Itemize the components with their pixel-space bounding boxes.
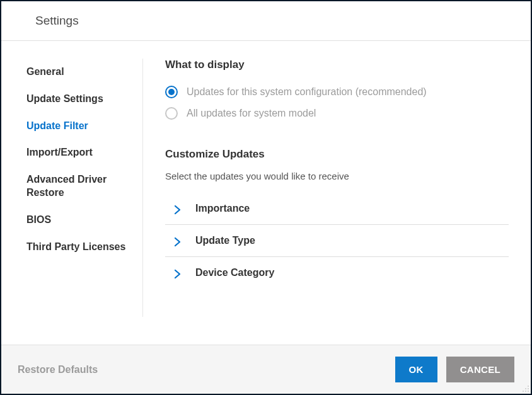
- main-panel: What to display Updates for this system …: [143, 59, 531, 345]
- svg-point-0: [528, 386, 529, 387]
- sidebar: General Update Settings Update Filter Im…: [1, 59, 143, 317]
- dialog-body: General Update Settings Update Filter Im…: [1, 41, 531, 345]
- accordion-label: Update Type: [195, 235, 255, 246]
- ok-button[interactable]: OK: [395, 357, 437, 382]
- sidebar-item-general[interactable]: General: [26, 59, 142, 86]
- customize-updates-title: Customize Updates: [165, 148, 509, 161]
- sidebar-item-update-settings[interactable]: Update Settings: [26, 86, 142, 113]
- svg-point-3: [523, 391, 524, 392]
- chevron-right-icon: [174, 205, 182, 212]
- svg-point-5: [528, 391, 529, 392]
- radio-label: Updates for this system configuration (r…: [187, 86, 427, 98]
- svg-point-1: [525, 388, 526, 389]
- chevron-right-icon: [174, 237, 182, 244]
- accordion-importance[interactable]: Importance: [165, 193, 509, 225]
- radio-option-all-updates[interactable]: All updates for system model: [165, 103, 509, 124]
- display-radio-group: Updates for this system configuration (r…: [165, 81, 509, 124]
- sidebar-item-update-filter[interactable]: Update Filter: [26, 113, 142, 140]
- footer-buttons: OK CANCEL: [395, 357, 514, 382]
- radio-option-recommended[interactable]: Updates for this system configuration (r…: [165, 81, 509, 103]
- dialog-title: Settings: [35, 14, 531, 28]
- dialog-header: Settings: [1, 1, 531, 41]
- dialog-footer: Restore Defaults OK CANCEL: [1, 345, 531, 394]
- what-to-display-title: What to display: [165, 59, 509, 71]
- sidebar-item-bios[interactable]: BIOS: [26, 207, 142, 234]
- sidebar-item-third-party-licenses[interactable]: Third Party Licenses: [26, 234, 142, 261]
- sidebar-item-advanced-driver-restore[interactable]: Advanced Driver Restore: [26, 166, 142, 207]
- accordion-label: Importance: [195, 203, 250, 214]
- svg-point-4: [525, 391, 526, 392]
- radio-icon: [165, 107, 178, 120]
- accordion-update-type[interactable]: Update Type: [165, 225, 509, 257]
- svg-point-2: [528, 388, 529, 389]
- cancel-button[interactable]: CANCEL: [446, 357, 514, 382]
- radio-label: All updates for system model: [187, 108, 316, 119]
- accordion-device-category[interactable]: Device Category: [165, 257, 509, 289]
- radio-icon: [165, 86, 178, 98]
- resize-grip-icon[interactable]: [522, 385, 529, 392]
- customize-updates-subtext: Select the updates you would like to rec…: [165, 171, 509, 181]
- restore-defaults-link[interactable]: Restore Defaults: [18, 364, 98, 375]
- sidebar-item-import-export[interactable]: Import/Export: [26, 139, 142, 166]
- accordion-label: Device Category: [195, 267, 274, 278]
- chevron-right-icon: [174, 269, 182, 277]
